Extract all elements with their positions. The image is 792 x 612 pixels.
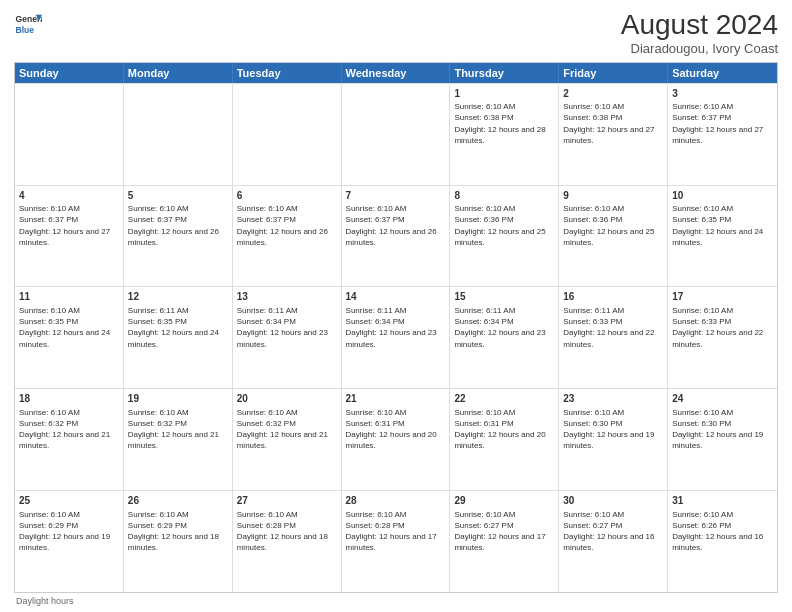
header-monday: Monday: [124, 63, 233, 83]
day-number: 19: [128, 392, 228, 406]
calendar-cell-empty: [124, 84, 233, 185]
day-number: 21: [346, 392, 446, 406]
calendar-cell-15: 15Sunrise: 6:11 AMSunset: 6:34 PMDayligh…: [450, 287, 559, 388]
calendar-subtitle: Diaradougou, Ivory Coast: [621, 41, 778, 56]
day-number: 1: [454, 87, 554, 101]
day-info: Sunrise: 6:10 AMSunset: 6:32 PMDaylight:…: [19, 407, 119, 452]
logo: General Blue: [14, 10, 42, 38]
calendar-body: 1Sunrise: 6:10 AMSunset: 6:38 PMDaylight…: [15, 83, 777, 592]
day-info: Sunrise: 6:10 AMSunset: 6:37 PMDaylight:…: [128, 203, 228, 248]
day-info: Sunrise: 6:10 AMSunset: 6:35 PMDaylight:…: [672, 203, 773, 248]
day-number: 17: [672, 290, 773, 304]
calendar-cell-26: 26Sunrise: 6:10 AMSunset: 6:29 PMDayligh…: [124, 491, 233, 592]
day-number: 18: [19, 392, 119, 406]
calendar-cell-empty: [15, 84, 124, 185]
day-number: 9: [563, 189, 663, 203]
calendar-cell-21: 21Sunrise: 6:10 AMSunset: 6:31 PMDayligh…: [342, 389, 451, 490]
day-info: Sunrise: 6:10 AMSunset: 6:27 PMDaylight:…: [563, 509, 663, 554]
calendar-cell-16: 16Sunrise: 6:11 AMSunset: 6:33 PMDayligh…: [559, 287, 668, 388]
day-info: Sunrise: 6:11 AMSunset: 6:34 PMDaylight:…: [454, 305, 554, 350]
day-number: 23: [563, 392, 663, 406]
day-number: 7: [346, 189, 446, 203]
day-info: Sunrise: 6:10 AMSunset: 6:32 PMDaylight:…: [128, 407, 228, 452]
header-tuesday: Tuesday: [233, 63, 342, 83]
calendar-cell-22: 22Sunrise: 6:10 AMSunset: 6:31 PMDayligh…: [450, 389, 559, 490]
day-info: Sunrise: 6:10 AMSunset: 6:37 PMDaylight:…: [672, 101, 773, 146]
footer-note: Daylight hours: [14, 596, 778, 606]
calendar-cell-11: 11Sunrise: 6:10 AMSunset: 6:35 PMDayligh…: [15, 287, 124, 388]
day-number: 24: [672, 392, 773, 406]
day-number: 29: [454, 494, 554, 508]
calendar-cell-31: 31Sunrise: 6:10 AMSunset: 6:26 PMDayligh…: [668, 491, 777, 592]
header-thursday: Thursday: [450, 63, 559, 83]
calendar-week-2: 4Sunrise: 6:10 AMSunset: 6:37 PMDaylight…: [15, 185, 777, 287]
day-info: Sunrise: 6:11 AMSunset: 6:33 PMDaylight:…: [563, 305, 663, 350]
calendar-cell-14: 14Sunrise: 6:11 AMSunset: 6:34 PMDayligh…: [342, 287, 451, 388]
day-info: Sunrise: 6:10 AMSunset: 6:38 PMDaylight:…: [454, 101, 554, 146]
day-number: 5: [128, 189, 228, 203]
calendar-cell-empty: [342, 84, 451, 185]
calendar-cell-20: 20Sunrise: 6:10 AMSunset: 6:32 PMDayligh…: [233, 389, 342, 490]
calendar-cell-17: 17Sunrise: 6:10 AMSunset: 6:33 PMDayligh…: [668, 287, 777, 388]
day-info: Sunrise: 6:10 AMSunset: 6:31 PMDaylight:…: [454, 407, 554, 452]
header-wednesday: Wednesday: [342, 63, 451, 83]
day-info: Sunrise: 6:10 AMSunset: 6:28 PMDaylight:…: [346, 509, 446, 554]
day-info: Sunrise: 6:10 AMSunset: 6:32 PMDaylight:…: [237, 407, 337, 452]
day-info: Sunrise: 6:11 AMSunset: 6:35 PMDaylight:…: [128, 305, 228, 350]
day-info: Sunrise: 6:10 AMSunset: 6:35 PMDaylight:…: [19, 305, 119, 350]
calendar-week-5: 25Sunrise: 6:10 AMSunset: 6:29 PMDayligh…: [15, 490, 777, 592]
calendar: Sunday Monday Tuesday Wednesday Thursday…: [14, 62, 778, 593]
day-number: 10: [672, 189, 773, 203]
calendar-cell-6: 6Sunrise: 6:10 AMSunset: 6:37 PMDaylight…: [233, 186, 342, 287]
calendar-week-1: 1Sunrise: 6:10 AMSunset: 6:38 PMDaylight…: [15, 83, 777, 185]
svg-text:Blue: Blue: [16, 25, 35, 35]
calendar-cell-10: 10Sunrise: 6:10 AMSunset: 6:35 PMDayligh…: [668, 186, 777, 287]
calendar-cell-24: 24Sunrise: 6:10 AMSunset: 6:30 PMDayligh…: [668, 389, 777, 490]
calendar-cell-9: 9Sunrise: 6:10 AMSunset: 6:36 PMDaylight…: [559, 186, 668, 287]
calendar-cell-12: 12Sunrise: 6:11 AMSunset: 6:35 PMDayligh…: [124, 287, 233, 388]
day-info: Sunrise: 6:10 AMSunset: 6:30 PMDaylight:…: [672, 407, 773, 452]
day-number: 3: [672, 87, 773, 101]
day-number: 20: [237, 392, 337, 406]
logo-icon: General Blue: [14, 10, 42, 38]
day-number: 4: [19, 189, 119, 203]
day-number: 25: [19, 494, 119, 508]
day-number: 27: [237, 494, 337, 508]
day-info: Sunrise: 6:10 AMSunset: 6:30 PMDaylight:…: [563, 407, 663, 452]
day-info: Sunrise: 6:10 AMSunset: 6:37 PMDaylight:…: [346, 203, 446, 248]
day-number: 30: [563, 494, 663, 508]
header-saturday: Saturday: [668, 63, 777, 83]
day-info: Sunrise: 6:10 AMSunset: 6:36 PMDaylight:…: [563, 203, 663, 248]
day-info: Sunrise: 6:10 AMSunset: 6:31 PMDaylight:…: [346, 407, 446, 452]
page: General Blue August 2024 Diaradougou, Iv…: [0, 0, 792, 612]
calendar-cell-1: 1Sunrise: 6:10 AMSunset: 6:38 PMDaylight…: [450, 84, 559, 185]
calendar-cell-28: 28Sunrise: 6:10 AMSunset: 6:28 PMDayligh…: [342, 491, 451, 592]
day-number: 6: [237, 189, 337, 203]
day-number: 8: [454, 189, 554, 203]
calendar-cell-19: 19Sunrise: 6:10 AMSunset: 6:32 PMDayligh…: [124, 389, 233, 490]
calendar-cell-7: 7Sunrise: 6:10 AMSunset: 6:37 PMDaylight…: [342, 186, 451, 287]
calendar-cell-27: 27Sunrise: 6:10 AMSunset: 6:28 PMDayligh…: [233, 491, 342, 592]
calendar-cell-5: 5Sunrise: 6:10 AMSunset: 6:37 PMDaylight…: [124, 186, 233, 287]
day-info: Sunrise: 6:10 AMSunset: 6:26 PMDaylight:…: [672, 509, 773, 554]
day-number: 2: [563, 87, 663, 101]
day-info: Sunrise: 6:10 AMSunset: 6:29 PMDaylight:…: [128, 509, 228, 554]
day-info: Sunrise: 6:10 AMSunset: 6:28 PMDaylight:…: [237, 509, 337, 554]
calendar-cell-29: 29Sunrise: 6:10 AMSunset: 6:27 PMDayligh…: [450, 491, 559, 592]
calendar-week-3: 11Sunrise: 6:10 AMSunset: 6:35 PMDayligh…: [15, 286, 777, 388]
calendar-title: August 2024: [621, 10, 778, 41]
day-number: 15: [454, 290, 554, 304]
header: General Blue August 2024 Diaradougou, Iv…: [14, 10, 778, 56]
day-number: 28: [346, 494, 446, 508]
calendar-cell-empty: [233, 84, 342, 185]
day-number: 31: [672, 494, 773, 508]
calendar-cell-30: 30Sunrise: 6:10 AMSunset: 6:27 PMDayligh…: [559, 491, 668, 592]
day-number: 12: [128, 290, 228, 304]
day-info: Sunrise: 6:11 AMSunset: 6:34 PMDaylight:…: [346, 305, 446, 350]
day-number: 22: [454, 392, 554, 406]
calendar-cell-4: 4Sunrise: 6:10 AMSunset: 6:37 PMDaylight…: [15, 186, 124, 287]
day-number: 11: [19, 290, 119, 304]
day-number: 16: [563, 290, 663, 304]
day-info: Sunrise: 6:10 AMSunset: 6:29 PMDaylight:…: [19, 509, 119, 554]
day-number: 14: [346, 290, 446, 304]
